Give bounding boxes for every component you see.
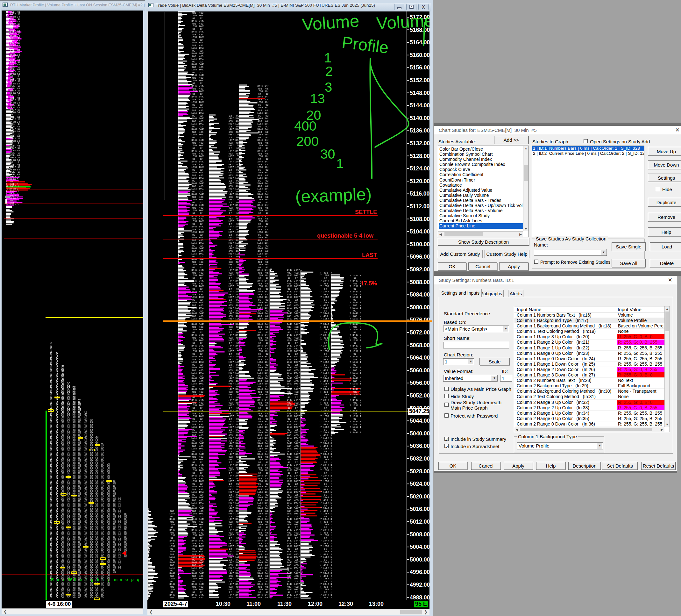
svg-text:30: 30 — [320, 147, 335, 162]
svg-text:5100.00: 5100.00 — [410, 241, 429, 247]
svg-text:v: v — [62, 577, 65, 582]
svg-text:4996.00: 4996.00 — [410, 569, 429, 575]
svg-text:5164.00: 5164.00 — [410, 39, 429, 46]
svg-text:5076.00: 5076.00 — [410, 317, 429, 323]
svg-text:u: u — [57, 577, 59, 582]
svg-text:5012.00: 5012.00 — [410, 519, 429, 525]
svg-text:1: 1 — [336, 156, 344, 171]
svg-text:200: 200 — [296, 134, 319, 149]
svg-text:5028.00: 5028.00 — [410, 468, 429, 474]
svg-text:5068.00: 5068.00 — [410, 342, 429, 348]
svg-text:5124.00: 5124.00 — [410, 165, 429, 172]
svg-text:m: m — [114, 577, 118, 582]
svg-text:LAST: LAST — [362, 252, 377, 258]
svg-text:5160.00: 5160.00 — [410, 52, 429, 58]
svg-text:5136.00: 5136.00 — [410, 127, 429, 134]
svg-text:5008.00: 5008.00 — [410, 531, 429, 538]
svg-text:4992.00: 4992.00 — [410, 582, 429, 588]
svg-text:5128.00: 5128.00 — [410, 153, 429, 159]
svg-text:h: h — [97, 577, 99, 582]
svg-text:5032.00: 5032.00 — [410, 455, 429, 462]
svg-text:5004.00: 5004.00 — [410, 544, 429, 550]
svg-text:5064.00: 5064.00 — [410, 354, 429, 361]
svg-text:5112.00: 5112.00 — [410, 203, 429, 210]
svg-text:5116.00: 5116.00 — [410, 191, 429, 197]
svg-text:1: 1 — [324, 50, 331, 65]
svg-text:r: r — [143, 577, 143, 582]
svg-text:Volume: Volume — [302, 11, 360, 34]
svg-text:400: 400 — [294, 119, 317, 133]
svg-text:q: q — [137, 577, 140, 582]
svg-text:Volume: Volume — [376, 11, 429, 33]
svg-text:5040.00: 5040.00 — [410, 430, 429, 437]
svg-text:5152.00: 5152.00 — [410, 77, 429, 83]
svg-text:5084.00: 5084.00 — [410, 291, 429, 298]
svg-text:5120.00: 5120.00 — [410, 178, 429, 184]
svg-text:e: e — [80, 577, 82, 582]
svg-text:5080.00: 5080.00 — [410, 304, 429, 311]
svg-text:5132.00: 5132.00 — [410, 140, 429, 147]
svg-text:X: X — [422, 4, 425, 9]
svg-text:n: n — [120, 577, 122, 582]
svg-text:17.5%: 17.5% — [361, 280, 377, 287]
svg-text:5108.00: 5108.00 — [410, 216, 429, 222]
svg-text:5056.00: 5056.00 — [410, 380, 429, 386]
svg-text:5044.00: 5044.00 — [410, 418, 429, 424]
svg-text:o: o — [125, 577, 128, 582]
svg-text:X: X — [74, 577, 77, 582]
svg-text:4988.00: 4988.00 — [410, 594, 429, 600]
svg-text:5024.00: 5024.00 — [410, 481, 429, 487]
svg-text:5000.00: 5000.00 — [410, 557, 429, 563]
svg-text:(example): (example) — [295, 184, 372, 206]
svg-text:5036.00: 5036.00 — [410, 443, 429, 449]
svg-text:3: 3 — [325, 80, 332, 95]
svg-text:5096.00: 5096.00 — [410, 253, 429, 260]
svg-text:13: 13 — [310, 91, 325, 106]
svg-text:p: p — [131, 577, 134, 582]
svg-text:5052.00: 5052.00 — [410, 392, 429, 399]
svg-text:5144.00: 5144.00 — [410, 102, 429, 108]
svg-text:SETTLE: SETTLE — [355, 209, 377, 215]
svg-text:5088.00: 5088.00 — [410, 279, 429, 286]
svg-text:5092.00: 5092.00 — [410, 266, 429, 273]
svg-text:5156.00: 5156.00 — [410, 64, 429, 71]
svg-text:W: W — [68, 577, 72, 582]
svg-text:j: j — [108, 577, 109, 582]
svg-text:R: R — [51, 577, 54, 582]
svg-text:5016.00: 5016.00 — [410, 506, 429, 512]
svg-text:5020.00: 5020.00 — [410, 493, 429, 500]
svg-text:questionable 5-4 low: questionable 5-4 low — [317, 232, 374, 239]
svg-text:5140.00: 5140.00 — [410, 115, 429, 121]
svg-text:5060.00: 5060.00 — [410, 367, 429, 374]
svg-text:2: 2 — [325, 64, 333, 79]
svg-text:5047.25: 5047.25 — [409, 408, 429, 414]
svg-text:g: g — [91, 577, 94, 582]
svg-text:5072.00: 5072.00 — [410, 329, 429, 336]
svg-text:5104.00: 5104.00 — [410, 228, 429, 235]
svg-text:i: i — [102, 577, 103, 582]
svg-text:5148.00: 5148.00 — [410, 90, 429, 96]
